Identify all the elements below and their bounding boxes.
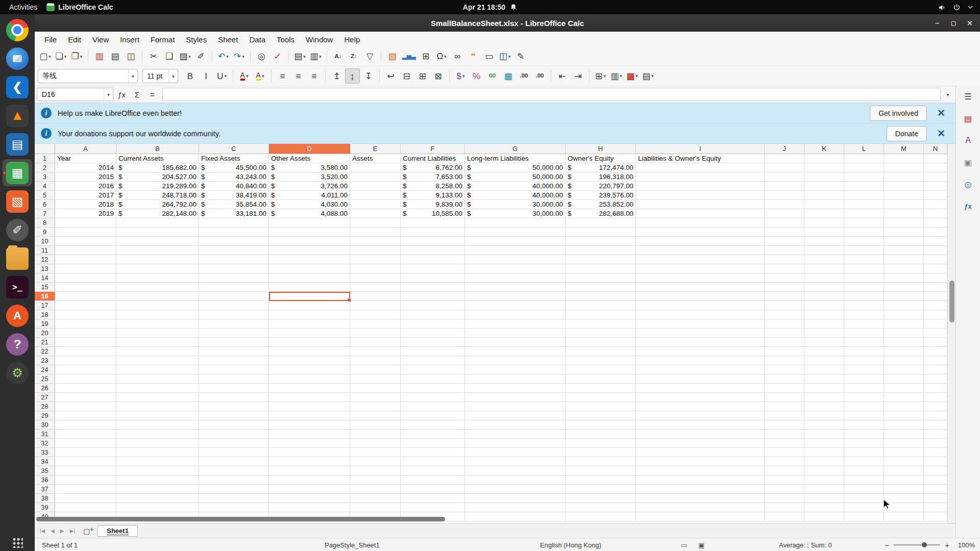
cell-G36[interactable] bbox=[465, 475, 566, 485]
cell-D7[interactable]: $4,088.00 bbox=[269, 209, 350, 218]
row-header-37[interactable]: 37 bbox=[35, 485, 55, 494]
chevron-down-icon[interactable]: ▾ bbox=[80, 54, 83, 59]
cell-E21[interactable] bbox=[350, 338, 401, 347]
vertical-scrollbar-thumb[interactable] bbox=[949, 281, 954, 322]
cell-I31[interactable] bbox=[636, 430, 765, 439]
cell-F34[interactable] bbox=[401, 457, 465, 466]
cell-K21[interactable] bbox=[804, 338, 844, 347]
functions-icon[interactable]: ƒx bbox=[961, 199, 975, 213]
cell-L35[interactable] bbox=[844, 466, 884, 475]
cell-C34[interactable] bbox=[199, 457, 269, 466]
cell-N30[interactable] bbox=[924, 420, 947, 430]
dock-vlc-icon[interactable] bbox=[3, 102, 32, 129]
cut-button[interactable]: ✂ bbox=[146, 49, 161, 64]
cell-I18[interactable] bbox=[636, 310, 765, 319]
cell-D37[interactable] bbox=[269, 485, 350, 494]
cell-B36[interactable] bbox=[116, 475, 199, 485]
last-sheet-button[interactable] bbox=[67, 528, 78, 534]
cell-G30[interactable] bbox=[465, 420, 566, 430]
cell-C15[interactable] bbox=[199, 283, 269, 292]
cell-G9[interactable] bbox=[465, 228, 566, 237]
cell-B4[interactable]: $219,289.00 bbox=[116, 182, 199, 191]
insert-row-button[interactable]: ▤▾ bbox=[292, 49, 307, 64]
cell-F8[interactable] bbox=[401, 218, 465, 228]
vertical-scrollbar[interactable] bbox=[947, 144, 955, 523]
cell-D6[interactable]: $4,030.00 bbox=[269, 200, 350, 209]
cell-B10[interactable] bbox=[116, 237, 199, 246]
cell-I29[interactable] bbox=[636, 411, 765, 420]
cell-N13[interactable] bbox=[924, 264, 947, 273]
row-header-6[interactable]: 6 bbox=[35, 200, 55, 209]
cell-L3[interactable] bbox=[844, 172, 884, 182]
cell-A28[interactable] bbox=[55, 402, 116, 411]
cell-F38[interactable] bbox=[401, 494, 465, 503]
horizontal-scrollbar-thumb[interactable] bbox=[36, 517, 445, 521]
cell-B19[interactable] bbox=[116, 319, 199, 329]
cell-C29[interactable] bbox=[199, 411, 269, 420]
cell-C6[interactable]: $35,854.00 bbox=[199, 200, 269, 209]
cell-B26[interactable] bbox=[116, 384, 199, 393]
row-header-10[interactable]: 10 bbox=[35, 237, 55, 246]
cell-L27[interactable] bbox=[844, 393, 884, 402]
cell-H5[interactable]: $239,576.00 bbox=[566, 191, 636, 200]
cell-I19[interactable] bbox=[636, 319, 765, 329]
cell-C25[interactable] bbox=[199, 374, 269, 384]
spelling-button[interactable]: ✓ bbox=[270, 49, 285, 64]
cell-J30[interactable] bbox=[765, 420, 804, 430]
cell-C5[interactable]: $38,419.00 bbox=[199, 191, 269, 200]
column-header-D[interactable]: D bbox=[269, 144, 350, 154]
cell-A32[interactable] bbox=[55, 439, 116, 448]
cell-F29[interactable] bbox=[401, 411, 465, 420]
cell-F20[interactable] bbox=[401, 329, 465, 338]
cell-B8[interactable] bbox=[116, 218, 199, 228]
cell-I2[interactable] bbox=[636, 163, 765, 172]
cell-M25[interactable] bbox=[884, 374, 924, 384]
cell-F11[interactable] bbox=[401, 246, 465, 255]
cell-H38[interactable] bbox=[566, 494, 636, 503]
decrease-indent-button[interactable]: ⇤ bbox=[555, 68, 570, 84]
cell-I28[interactable] bbox=[636, 402, 765, 411]
cell-H9[interactable] bbox=[566, 228, 636, 237]
dock-writer-icon[interactable] bbox=[3, 131, 32, 158]
align-left-button[interactable]: ≡ bbox=[275, 68, 290, 84]
cell-N16[interactable] bbox=[924, 292, 947, 301]
cell-C33[interactable] bbox=[199, 448, 269, 457]
cell-J9[interactable] bbox=[765, 228, 804, 237]
row-header-38[interactable]: 38 bbox=[35, 494, 55, 503]
dock-terminal-icon[interactable] bbox=[3, 273, 32, 300]
format-as-number-button[interactable]: 00 bbox=[485, 68, 500, 84]
cell-D36[interactable] bbox=[269, 475, 350, 485]
cell-I33[interactable] bbox=[636, 448, 765, 457]
column-header-C[interactable]: C bbox=[199, 144, 269, 154]
cell-D26[interactable] bbox=[269, 384, 350, 393]
cell-A33[interactable] bbox=[55, 448, 116, 457]
cell-K7[interactable] bbox=[804, 209, 844, 218]
cell-E23[interactable] bbox=[350, 356, 401, 365]
cell-G14[interactable] bbox=[465, 273, 566, 283]
cell-G4[interactable]: $40,000.00 bbox=[465, 182, 566, 191]
cell-J18[interactable] bbox=[765, 310, 804, 319]
dock-gimp-icon[interactable] bbox=[3, 216, 32, 243]
cell-G23[interactable] bbox=[465, 356, 566, 365]
cell-M12[interactable] bbox=[884, 255, 924, 264]
cell-A14[interactable] bbox=[55, 273, 116, 283]
cell-A10[interactable] bbox=[55, 237, 116, 246]
cell-A2[interactable]: 2014 bbox=[55, 163, 116, 172]
cell-L10[interactable] bbox=[844, 237, 884, 246]
cell-grid[interactable]: ABCDEFGHIJKLMN1YearCurrent AssetsFixed A… bbox=[35, 144, 947, 523]
cell-F19[interactable] bbox=[401, 319, 465, 329]
cell-C10[interactable] bbox=[199, 237, 269, 246]
cell-D24[interactable] bbox=[269, 365, 350, 374]
cell-J32[interactable] bbox=[765, 439, 804, 448]
cell-M6[interactable] bbox=[884, 200, 924, 209]
dock-thunderbird-icon[interactable] bbox=[3, 45, 32, 72]
column-header-F[interactable]: F bbox=[401, 144, 465, 154]
cell-A31[interactable] bbox=[55, 430, 116, 439]
cell-N11[interactable] bbox=[924, 246, 947, 255]
cell-F7[interactable]: $10,585.00 bbox=[401, 209, 465, 218]
system-tray[interactable] bbox=[938, 4, 980, 11]
cell-B13[interactable] bbox=[116, 264, 199, 273]
cell-B39[interactable] bbox=[116, 503, 199, 512]
cell-D34[interactable] bbox=[269, 457, 350, 466]
function-wizard-button[interactable] bbox=[115, 90, 129, 99]
